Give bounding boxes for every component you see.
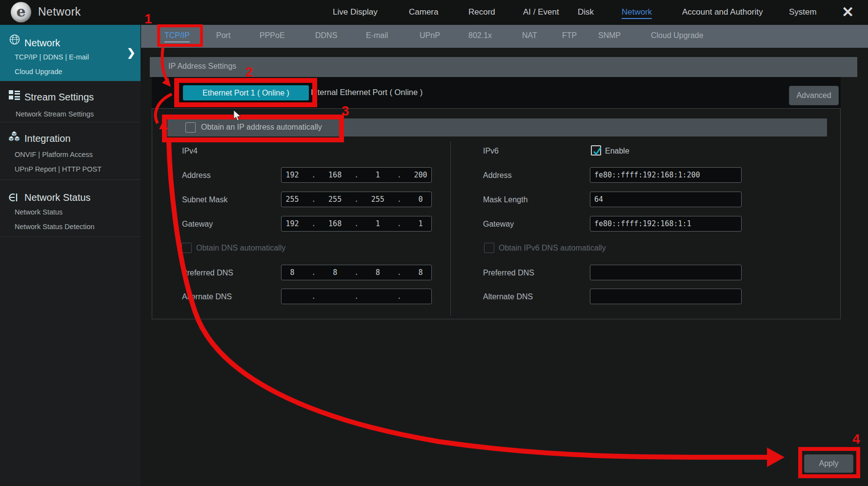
sidebar-item-stream-settings[interactable]: Stream Settings	[24, 92, 94, 103]
ipv6-mask-length-field[interactable]: 64	[590, 192, 742, 207]
tab-upnp[interactable]: UPnP	[420, 31, 440, 40]
menu-account-authority[interactable]: Account and Authority	[682, 7, 763, 17]
ipv6-alternate-dns-field[interactable]	[590, 289, 742, 304]
sidebar-item-network-label[interactable]: Network	[24, 38, 60, 49]
tab-pppoe[interactable]: PPPoE	[260, 31, 285, 40]
sidebar-sub-network-status[interactable]: Network Status	[15, 208, 62, 216]
tab-email[interactable]: E-mail	[366, 31, 388, 40]
tab-port[interactable]: Port	[216, 31, 230, 40]
sidebar-sub-network-stream-settings[interactable]: Network Stream Settings	[16, 110, 94, 118]
ipv6-address-label: Address	[483, 171, 512, 180]
obtain-dns-checkbox[interactable]	[182, 243, 192, 253]
ipv4-address-field[interactable]: 192.168.1.200	[281, 167, 432, 183]
tab-tcpip[interactable]: TCP/IP	[164, 31, 190, 42]
menu-disk[interactable]: Disk	[578, 7, 594, 17]
ipv6-heading: IPv6	[483, 147, 499, 156]
page-title: Network	[38, 5, 81, 19]
ip-address-settings-header: IP Address Settings	[150, 57, 857, 77]
tab-snmp[interactable]: SNMP	[598, 31, 621, 40]
ipv4-heading: IPv4	[182, 147, 198, 156]
obtain-ipv6-dns-checkbox[interactable]	[484, 243, 494, 253]
ipv4-gateway-field[interactable]: 192.168.1.1	[281, 216, 432, 232]
sidebar-sub-cloud-upgrade[interactable]: Cloud Upgrade	[15, 68, 62, 76]
tab-8021x[interactable]: 802.1x	[468, 31, 492, 40]
sidebar-divider	[0, 179, 141, 180]
ipv4-preferred-dns-label: Preferred DNS	[182, 269, 233, 277]
ipv6-enable-checkbox[interactable]	[591, 145, 601, 156]
menu-camera[interactable]: Camera	[409, 7, 438, 17]
advanced-button[interactable]: Advanced	[789, 86, 839, 105]
ipv6-enable-label: Enable	[605, 147, 629, 156]
close-icon[interactable]: ✕	[842, 4, 854, 20]
ip-address-settings-title: IP Address Settings	[168, 62, 236, 71]
ipv4-alternate-dns-field[interactable]: ...	[281, 289, 432, 304]
ethernet-port-1-tab[interactable]: Ethernet Port 1 ( Online )	[183, 85, 309, 100]
tab-cloud-upgrade[interactable]: Cloud Upgrade	[651, 31, 704, 40]
chevron-right-icon: ❯	[127, 47, 136, 58]
ipv4-preferred-dns-field[interactable]: 8.8.8.8	[281, 265, 432, 280]
ipv6-gateway-field[interactable]: fe80::ffff:192:168:1:1	[590, 216, 742, 232]
sidebar-divider	[0, 122, 141, 122]
ipv6-preferred-dns-label: Preferred DNS	[483, 269, 534, 277]
ip-settings-panel	[152, 108, 841, 319]
ipv6-preferred-dns-field[interactable]	[590, 265, 742, 280]
sidebar-sub-onvif-platform[interactable]: ONVIF | Platform Access	[15, 151, 93, 158]
mouse-cursor-icon	[233, 110, 242, 122]
obtain-ipv6-dns-label: Obtain IPv6 DNS automatically	[499, 244, 606, 253]
menu-network[interactable]: Network	[622, 7, 652, 19]
stream-grid-icon	[9, 90, 20, 100]
obtain-ip-checkbox[interactable]	[185, 122, 196, 133]
cubes-icon	[8, 131, 20, 143]
globe-icon	[9, 34, 20, 45]
menu-ai-event[interactable]: AI / Event	[523, 7, 559, 17]
ipv6-address-field[interactable]: fe80::ffff:192:168:1:200	[590, 167, 742, 183]
tab-ddns[interactable]: DDNS	[315, 31, 337, 40]
app-logo-icon: e	[11, 2, 31, 22]
sidebar-sub-network-status-detection[interactable]: Network Status Detection	[15, 223, 95, 231]
apply-button[interactable]: Apply	[804, 454, 853, 473]
ipv4-alternate-dns-label: Alternate DNS	[182, 292, 232, 301]
ipv6-alternate-dns-label: Alternate DNS	[483, 292, 533, 301]
menu-system[interactable]: System	[789, 7, 817, 17]
menu-live-display[interactable]: Live Display	[333, 7, 378, 17]
sidebar-divider	[0, 81, 141, 81]
nvr-network-settings-screen: e Network Live Display Camera Record AI …	[0, 0, 868, 486]
ipv4-gateway-label: Gateway	[182, 220, 213, 229]
ipv4-subnet-field[interactable]: 255.255.255.0	[281, 192, 432, 207]
tab-nat[interactable]: NAT	[522, 31, 537, 40]
obtain-dns-label: Obtain DNS automatically	[196, 244, 285, 253]
sidebar-sub-upnp-httppost[interactable]: UPnP Report | HTTP POST	[15, 165, 101, 173]
ipv4-address-label: Address	[182, 171, 211, 180]
obtain-ip-label: Obtain an IP address automatically	[201, 123, 322, 132]
sidebar-item-network-status[interactable]: Network Status	[24, 192, 91, 203]
sidebar-sub-tcpip-ddns-email[interactable]: TCP/IP | DDNS | E-mail	[15, 53, 89, 61]
sidebar-divider	[0, 236, 141, 237]
menu-record[interactable]: Record	[468, 7, 495, 17]
ipv4-subnet-label: Subnet Mask	[182, 195, 227, 204]
status-chart-icon	[8, 192, 20, 203]
internal-ethernet-port-tab[interactable]: Internal Ethernet Port ( Online )	[311, 88, 423, 97]
tab-ftp[interactable]: FTP	[562, 31, 577, 40]
settings-tab-bar	[141, 25, 868, 48]
ipv6-gateway-label: Gateway	[483, 220, 514, 229]
ipv6-mask-length-label: Mask Length	[483, 195, 528, 204]
sidebar-item-integration[interactable]: Integration	[24, 133, 71, 144]
column-divider	[450, 141, 451, 316]
